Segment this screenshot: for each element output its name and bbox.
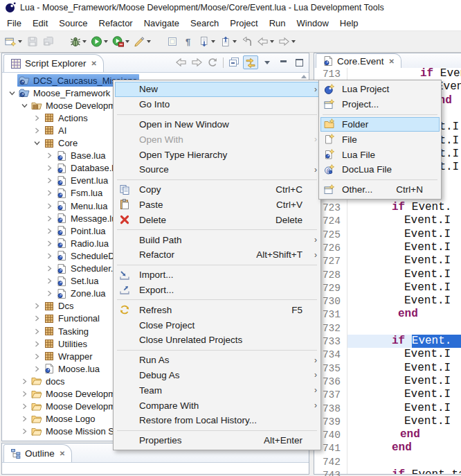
chevron-expanded-icon[interactable] <box>19 103 30 109</box>
mark-occurrences-button[interactable] <box>165 33 179 50</box>
collapse-all-button[interactable] <box>227 56 241 69</box>
menubar-item-refactor[interactable]: Refactor <box>93 16 138 30</box>
menu-item-properties[interactable]: PropertiesAlt+Enter <box>115 433 319 448</box>
tree-item-fsm-lua[interactable]: Fsm.lua <box>44 187 105 200</box>
tree-item-database-lu[interactable]: Database.lu <box>44 162 120 175</box>
menubar-item-search[interactable]: Search <box>185 16 224 30</box>
maximize-button[interactable] <box>292 56 306 69</box>
chevron-collapsed-icon[interactable] <box>44 253 55 259</box>
tree-item-moose-framework[interactable]: Moose_Framework <box>7 87 112 99</box>
close-icon[interactable]: ✕ <box>389 58 395 65</box>
menubar-item-help[interactable]: Help <box>334 16 364 30</box>
menu-item-import[interactable]: Import... <box>115 267 319 283</box>
menu-item-close-project[interactable]: Close Project <box>115 317 319 333</box>
chevron-collapsed-icon[interactable] <box>44 290 55 297</box>
debug-button[interactable] <box>68 33 88 50</box>
menu-item-file[interactable]: File <box>320 132 440 147</box>
menu-item-source[interactable]: Source› <box>115 162 319 177</box>
tree-item-event-lua[interactable]: Event.lua <box>44 175 110 187</box>
tree-item-zone-lua[interactable]: Zone.lua <box>44 288 108 300</box>
tree-item-menu-lua[interactable]: Menu.lua <box>44 200 109 212</box>
chevron-collapsed-icon[interactable] <box>44 177 55 184</box>
chevron-collapsed-icon[interactable] <box>19 391 30 397</box>
chevron-collapsed-icon[interactable] <box>44 165 55 171</box>
tree-item-base-lua[interactable]: Base.lua <box>44 150 108 162</box>
tree-item-set-lua[interactable]: Set.lua <box>44 275 100 288</box>
tab-script-explorer[interactable]: Script Explorer ✕ <box>3 54 104 72</box>
chevron-collapsed-icon[interactable] <box>32 303 42 309</box>
tree-item-moose-developme[interactable]: Moose Developme <box>19 388 123 400</box>
dropdown-caret-icon[interactable] <box>270 40 274 43</box>
chevron-collapsed-icon[interactable] <box>19 378 30 385</box>
dropdown-caret-icon[interactable] <box>18 40 22 43</box>
back-button[interactable] <box>174 56 188 69</box>
chevron-collapsed-icon[interactable] <box>19 403 30 409</box>
dropdown-caret-icon[interactable] <box>147 40 151 43</box>
external-tools-button[interactable] <box>132 33 152 50</box>
chevron-collapsed-icon[interactable] <box>32 127 42 134</box>
dropdown-caret-icon[interactable] <box>104 40 108 43</box>
chevron-collapsed-icon[interactable] <box>32 353 42 360</box>
show-whitespace-button[interactable]: ¶ <box>181 33 195 50</box>
view-menu-button[interactable] <box>260 56 274 69</box>
dropdown-caret-icon[interactable] <box>125 40 129 43</box>
chevron-collapsed-icon[interactable] <box>44 240 55 247</box>
coverage-button[interactable] <box>111 33 131 50</box>
menubar-item-run[interactable]: Run <box>264 16 291 30</box>
menu-item-other[interactable]: Other...Ctrl+N <box>320 182 440 197</box>
menu-item-open-in-new-window[interactable]: Open in New Window <box>115 117 319 132</box>
tree-item-moose-logo[interactable]: Moose Logo <box>19 413 98 425</box>
menubar-item-navigate[interactable]: Navigate <box>138 16 185 30</box>
tree-item-docs[interactable]: docs <box>19 375 66 387</box>
menu-item-paste[interactable]: PasteCtrl+V <box>115 197 319 213</box>
tree-item-tasking[interactable]: Tasking <box>32 325 91 337</box>
menu-item-new[interactable]: New› <box>115 82 319 97</box>
menu-item-compare-with[interactable]: Compare With› <box>115 398 319 413</box>
tree-item-moose-developme[interactable]: Moose Developme <box>19 400 123 413</box>
tab-outline[interactable]: Outline ✕ <box>3 444 72 462</box>
chevron-collapsed-icon[interactable] <box>44 152 55 159</box>
menu-item-delete[interactable]: DeleteDelete <box>115 212 319 227</box>
run-button[interactable] <box>89 33 109 50</box>
menu-item-copy[interactable]: CopyCtrl+C <box>115 182 319 197</box>
tree-item-core[interactable]: Core <box>32 137 80 150</box>
tree-item-ai[interactable]: AI <box>32 124 69 136</box>
menu-item-open-type-hierarchy[interactable]: Open Type Hierarchy <box>115 147 319 162</box>
new-wizard-button[interactable] <box>3 33 24 50</box>
forward-button[interactable] <box>277 33 297 50</box>
tab-core-event[interactable]: Core.Event ✕ <box>316 53 401 68</box>
menu-item-refresh[interactable]: RefreshF5 <box>115 302 319 317</box>
menu-item-debug-as[interactable]: Debug As› <box>115 368 319 383</box>
menu-item-project[interactable]: Project... <box>320 97 440 112</box>
link-editor-button[interactable] <box>243 55 258 69</box>
dropdown-caret-icon[interactable] <box>211 40 215 43</box>
chevron-collapsed-icon[interactable] <box>19 416 30 422</box>
menubar-item-source[interactable]: Source <box>53 16 93 30</box>
up-button[interactable] <box>206 56 219 69</box>
menu-item-team[interactable]: Team› <box>115 382 319 398</box>
tree-item-dcs[interactable]: Dcs <box>32 300 75 312</box>
tree-item-point-lua[interactable]: Point.lua <box>44 224 108 237</box>
tree-item-radio-lua[interactable]: Radio.lua <box>44 237 111 249</box>
chevron-expanded-icon[interactable] <box>32 140 42 146</box>
menubar-item-file[interactable]: File <box>1 16 27 30</box>
tree-item-scheduled[interactable]: ScheduleD <box>44 249 117 262</box>
menubar-item-window[interactable]: Window <box>291 16 334 30</box>
tree-item-utilities[interactable]: Utilities <box>32 337 89 350</box>
chevron-collapsed-icon[interactable] <box>44 265 55 272</box>
menu-item-doclua-file[interactable]: @DocLua File <box>320 162 440 177</box>
dropdown-caret-icon[interactable] <box>82 40 87 43</box>
minimize-button[interactable] <box>276 56 290 69</box>
previous-annotation-button[interactable] <box>218 33 238 50</box>
menu-item-go-into[interactable]: Go Into <box>115 97 319 112</box>
tree-item-actions[interactable]: Actions <box>32 112 90 124</box>
scrollbar-up-icon[interactable] <box>301 75 307 78</box>
close-icon[interactable]: ✕ <box>60 450 65 457</box>
dropdown-caret-icon[interactable] <box>291 40 296 43</box>
menu-item-lua-file[interactable]: Lua File <box>320 147 440 162</box>
menu-item-export[interactable]: Export... <box>115 283 319 298</box>
forward-button[interactable] <box>190 56 204 69</box>
chevron-collapsed-icon[interactable] <box>44 228 55 234</box>
menu-item-run-as[interactable]: Run As› <box>115 353 319 368</box>
last-edit-location-button[interactable] <box>239 33 254 50</box>
